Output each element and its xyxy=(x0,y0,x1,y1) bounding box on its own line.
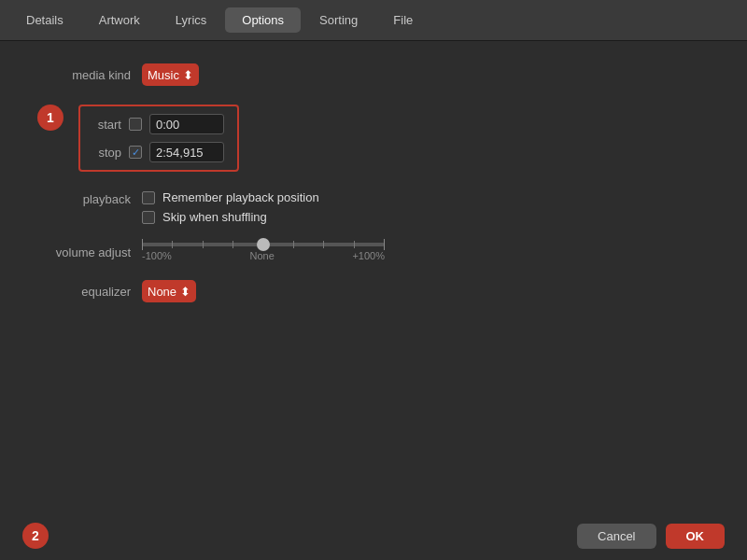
start-checkbox[interactable] xyxy=(129,118,142,131)
tab-file[interactable]: File xyxy=(376,7,430,33)
start-time-input[interactable] xyxy=(149,114,224,134)
tab-options[interactable]: Options xyxy=(225,7,301,33)
skip-row: Skip when shuffling xyxy=(142,210,319,224)
equalizer-label: equalizer xyxy=(37,285,131,299)
checkmark-icon: ✓ xyxy=(132,147,140,158)
remember-checkbox[interactable] xyxy=(142,191,155,204)
badge-2: 2 xyxy=(22,523,49,549)
skip-checkbox[interactable] xyxy=(142,211,155,224)
start-stop-section: 1 start stop ✓ xyxy=(37,105,710,172)
content-area: media kind Music ⬍ 1 start stop xyxy=(0,41,747,511)
badge-1: 1 xyxy=(37,105,63,131)
volume-slider-container: -100% None +100% xyxy=(142,243,385,261)
volume-min-label: -100% xyxy=(142,250,172,261)
tick-icon xyxy=(172,241,173,248)
tick-icon xyxy=(293,241,294,248)
media-kind-dropdown[interactable]: Music ⬍ xyxy=(142,63,199,86)
footer: 2 Cancel OK xyxy=(0,511,747,560)
media-kind-value: Music xyxy=(148,68,179,82)
tab-details[interactable]: Details xyxy=(9,7,80,33)
tick-icon xyxy=(142,239,143,250)
playback-options: Remember playback position Skip when shu… xyxy=(142,190,319,224)
tab-lyrics[interactable]: Lyrics xyxy=(159,7,223,33)
cancel-button[interactable]: Cancel xyxy=(577,524,655,549)
stop-row: stop ✓ xyxy=(93,142,224,162)
start-stop-box: start stop ✓ xyxy=(78,105,239,172)
tab-artwork[interactable]: Artwork xyxy=(82,7,157,33)
ok-button[interactable]: OK xyxy=(666,524,726,549)
media-kind-row: media kind Music ⬍ xyxy=(37,63,710,86)
tick-icon xyxy=(354,241,355,248)
dialog: Details Artwork Lyrics Options Sorting F… xyxy=(0,0,747,560)
media-kind-label: media kind xyxy=(37,68,131,82)
volume-none-label: None xyxy=(249,250,274,261)
media-kind-arrow-icon: ⬍ xyxy=(183,68,193,82)
tick-icon xyxy=(203,241,204,248)
remember-label: Remember playback position xyxy=(162,190,319,204)
volume-row: volume adjust xyxy=(37,243,710,261)
volume-slider-track[interactable] xyxy=(142,243,385,246)
stop-label: stop xyxy=(93,146,121,160)
remember-row: Remember playback position xyxy=(142,190,319,204)
start-row: start xyxy=(93,114,224,134)
equalizer-arrow-icon: ⬍ xyxy=(180,285,190,299)
volume-max-label: +100% xyxy=(352,250,385,261)
start-label: start xyxy=(93,118,121,132)
equalizer-dropdown[interactable]: None ⬍ xyxy=(142,280,196,302)
playback-section: playback Remember playback position Skip… xyxy=(37,190,710,224)
stop-checkbox[interactable]: ✓ xyxy=(129,146,142,159)
tab-sorting[interactable]: Sorting xyxy=(303,7,374,33)
volume-slider-thumb[interactable] xyxy=(257,238,270,251)
skip-label: Skip when shuffling xyxy=(162,210,267,224)
equalizer-row: equalizer None ⬍ xyxy=(37,280,710,302)
tick-icon xyxy=(233,241,233,248)
tick-icon xyxy=(323,241,324,248)
stop-time-input[interactable] xyxy=(149,142,224,162)
tab-bar: Details Artwork Lyrics Options Sorting F… xyxy=(0,0,747,41)
slider-labels: -100% None +100% xyxy=(142,250,385,261)
tick-icon xyxy=(384,239,385,250)
volume-label: volume adjust xyxy=(37,245,131,259)
playback-label: playback xyxy=(37,190,131,206)
equalizer-value: None xyxy=(148,285,176,299)
